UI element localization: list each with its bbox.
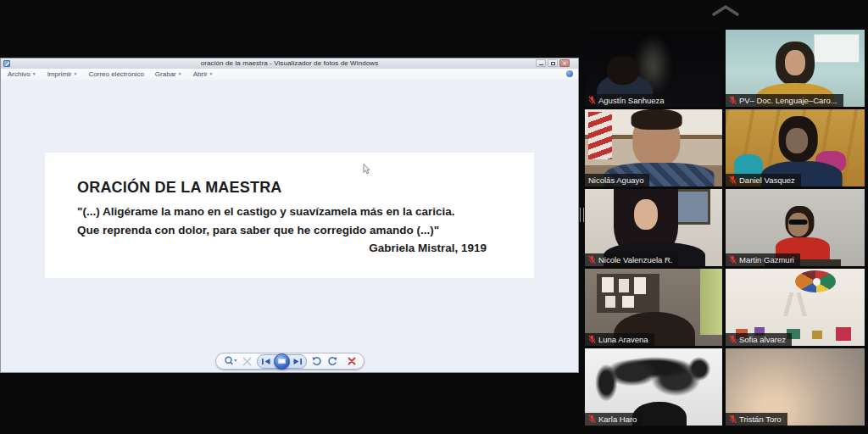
maximize-icon[interactable]: [548, 59, 558, 67]
slideshow-icon[interactable]: [274, 353, 290, 370]
menu-archivo[interactable]: Archivo▼: [8, 70, 36, 78]
video-decoration: [602, 277, 654, 309]
photo-viewer-app-icon: [3, 60, 10, 67]
video-decoration: [632, 109, 682, 130]
participant-name-tag: Nicole Valenzuela R.: [585, 253, 678, 266]
participant-name: Nicolás Aguayo: [588, 175, 643, 186]
flag-decoration: [588, 112, 612, 159]
participant-name: Sofia alvarez: [739, 334, 786, 345]
close-icon[interactable]: ✕: [559, 59, 570, 67]
chevron-down-icon: ▼: [74, 72, 78, 76]
slide-quote-line2: Que reprenda con dolor, para saber que h…: [77, 221, 487, 240]
video-decoration: [785, 50, 805, 75]
participant-tile[interactable]: Sofia alvarez: [726, 269, 865, 346]
participant-tile[interactable]: Daniel Vasquez: [726, 109, 865, 186]
sunglasses-decoration: [789, 220, 808, 225]
zoom-icon[interactable]: [224, 356, 237, 366]
collapse-videos-chevron-icon[interactable]: [710, 3, 741, 17]
participant-name-tag: Martin Gazmuri: [726, 253, 800, 266]
window-title: oración de la maestra - Visualizador de …: [1, 58, 578, 69]
participant-name: Karla Haro: [598, 414, 637, 425]
muted-mic-icon: [588, 96, 596, 105]
minimize-icon[interactable]: [536, 59, 546, 67]
slide-quote-line1: "(...) Aligérame la mano en el castigo y…: [77, 203, 487, 221]
participant-name: Luna Aravena: [598, 334, 648, 345]
participant-tile[interactable]: Luna Aravena: [585, 269, 722, 346]
participant-tile[interactable]: Nicole Valenzuela R.: [585, 189, 722, 266]
slide-image: ORACIÓN DE LA MAESTRA "(...) Aligérame l…: [45, 153, 534, 278]
muted-mic-icon: [588, 335, 596, 344]
photo-viewer-content: ORACIÓN DE LA MAESTRA "(...) Aligérame l…: [1, 80, 578, 372]
participant-name-tag: PV– Doc. Lenguaje–Caro...: [726, 94, 843, 107]
participant-name-tag: Luna Aravena: [585, 333, 654, 346]
participants-panel: Agustín Sanhueza PV– Doc. Lenguaje–Caro.…: [585, 30, 868, 426]
participant-name: PV– Doc. Lenguaje–Caro...: [739, 95, 837, 106]
chevron-down-icon: ▼: [178, 72, 182, 76]
video-decoration: [607, 56, 639, 85]
menu-abrir[interactable]: Abrir▼: [193, 70, 214, 78]
muted-mic-icon: [729, 175, 737, 185]
participant-name-tag: Agustín Sanhueza: [585, 94, 670, 107]
chevron-down-icon: ▼: [209, 72, 214, 76]
muted-mic-icon: [588, 415, 596, 424]
participant-name-tag: Karla Haro: [585, 413, 643, 426]
participant-tile[interactable]: PV– Doc. Lenguaje–Caro...: [726, 30, 865, 107]
participant-tile[interactable]: Martin Gazmuri: [726, 189, 865, 266]
mouse-cursor: [363, 164, 370, 175]
video-decoration: [726, 292, 865, 316]
slide-attribution: Gabriela Mistral, 1919: [77, 239, 487, 258]
participant-name-tag: Nicolás Aguayo: [585, 174, 649, 186]
muted-mic-icon: [729, 415, 737, 424]
participant-name: Nicole Valenzuela R.: [598, 254, 672, 265]
participant-name: Agustín Sanhueza: [598, 95, 665, 106]
participant-tile[interactable]: Tristán Toro: [726, 348, 865, 426]
menu-grabar[interactable]: Grabar▼: [155, 70, 182, 78]
participant-name: Daniel Vasquez: [739, 175, 795, 186]
whiteboard-decoration: [814, 34, 860, 63]
slide-title: ORACIÓN DE LA MAESTRA: [77, 178, 487, 197]
fit-to-window-icon[interactable]: [242, 357, 252, 366]
next-icon[interactable]: [292, 358, 303, 365]
participant-name-tag: Sofia alvarez: [726, 333, 792, 346]
photo-viewer-menubar: Archivo▼ Imprimir▼ Correo electrónico Gr…: [1, 69, 578, 81]
video-decoration: [634, 199, 658, 230]
muted-mic-icon: [729, 335, 737, 344]
curtain-decoration: [700, 269, 722, 335]
delete-icon[interactable]: [348, 357, 356, 365]
participant-tile-active-speaker[interactable]: Nicolás Aguayo: [585, 109, 722, 186]
menu-correo-electronico[interactable]: Correo electrónico: [88, 70, 143, 78]
previous-icon[interactable]: [261, 358, 271, 365]
chevron-down-icon: ▼: [32, 72, 36, 76]
rotate-ccw-icon[interactable]: [312, 357, 322, 366]
participant-tile[interactable]: Karla Haro: [585, 348, 722, 426]
video-decoration: [786, 128, 808, 153]
rotate-cw-icon[interactable]: [327, 357, 337, 366]
participant-name-tag: Daniel Vasquez: [726, 174, 801, 186]
panel-resize-handle[interactable]: [580, 208, 584, 222]
muted-mic-icon: [588, 255, 596, 264]
muted-mic-icon: [729, 255, 737, 264]
photo-viewer-toolbar: [215, 353, 364, 370]
muted-mic-icon: [729, 96, 737, 105]
participant-tile[interactable]: Agustín Sanhueza: [585, 30, 722, 107]
help-icon[interactable]: [566, 70, 573, 77]
video-decoration: [813, 278, 821, 286]
participant-name: Martin Gazmuri: [739, 254, 794, 265]
video-decoration: [788, 213, 809, 236]
participant-name: Tristán Toro: [739, 414, 782, 425]
menu-imprimir[interactable]: Imprimir▼: [47, 70, 78, 78]
photo-viewer-window: oración de la maestra - Visualizador de …: [0, 58, 579, 373]
participant-name-tag: Tristán Toro: [726, 413, 787, 426]
